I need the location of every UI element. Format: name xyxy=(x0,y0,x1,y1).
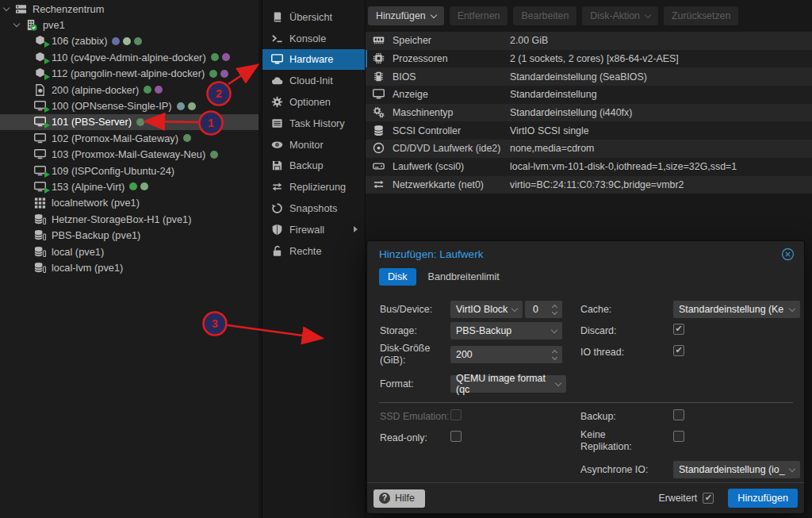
menu-item-snapshots[interactable]: Snapshots xyxy=(262,198,365,219)
table-row-scsi-controller[interactable]: SCSI Controller VirtIO SCSI single xyxy=(366,121,812,140)
storage-icon xyxy=(33,246,47,258)
tree-item-node-pve1[interactable]: pve1 xyxy=(0,17,259,33)
menu-item-replizierung[interactable]: Replizierung xyxy=(262,176,365,198)
table-row-machine-type[interactable]: Maschinentyp Standardeinstellung (i440fx… xyxy=(366,104,812,122)
tree-item-vm-100[interactable]: 100 (OPNsense-Single-IP) xyxy=(0,98,259,113)
disk-action-button[interactable]: Disk-Aktion xyxy=(582,6,658,25)
menu-item-rechte[interactable]: Rechte xyxy=(262,240,365,262)
storage-label: Storage: xyxy=(380,325,417,337)
ssd-emulation-label: SSD Emulation: xyxy=(380,411,449,423)
remove-button[interactable]: Entfernen xyxy=(450,6,508,25)
tree-item-vm-102[interactable]: 102 (Promox-Mail-Gateway) xyxy=(0,130,259,146)
play-badge-icon xyxy=(44,122,50,129)
menu-item-label: Übersicht xyxy=(289,11,332,23)
tag-dot xyxy=(123,37,131,45)
tree-item-vm-106[interactable]: 106 (zabbix) xyxy=(0,33,259,49)
disk-size-stepper[interactable]: 200 xyxy=(450,346,562,363)
dialog-header[interactable]: Hinzufügen: Laufwerk xyxy=(367,241,804,267)
chevron-down-icon xyxy=(789,305,795,311)
disk-size-value: 200 xyxy=(456,349,473,360)
tree-item-label: 109 (ISPConfig-Ubuntu-24) xyxy=(52,165,174,177)
io-thread-checkbox[interactable] xyxy=(673,345,684,356)
ssd-emulation-checkbox[interactable] xyxy=(450,409,462,420)
tree-item-storage-local-lvm[interactable]: local-lvm (pve1) xyxy=(0,259,259,275)
cloud-icon xyxy=(270,75,283,87)
tab-bandwidth[interactable]: Bandbreitenlimit xyxy=(428,271,500,282)
tree-item-label: 110 (cv4pve-Admin-alpine-docker) xyxy=(52,52,206,63)
cache-select[interactable]: Standardeinstellung (Ke xyxy=(673,301,800,318)
table-row-network[interactable]: Netzwerkkarte (net0) virtio=BC:24:11:C0:… xyxy=(366,176,812,194)
table-row-processors[interactable]: Prozessoren 2 (1 sockets, 2 cores) [x86-… xyxy=(366,50,812,68)
row-label: Prozessoren xyxy=(393,53,510,64)
tag-dot xyxy=(210,151,218,159)
row-label: Maschinentyp xyxy=(393,107,510,118)
tree-item-vm-153[interactable]: 153 (Alpine-Virt) xyxy=(0,178,259,194)
tag-dot xyxy=(220,70,228,78)
tree-item-vm-101-selected[interactable]: 101 (PBS-Server) xyxy=(0,114,259,130)
table-row-memory[interactable]: Speicher 2.00 GiB xyxy=(366,32,812,50)
display-icon xyxy=(270,53,283,66)
bus-type-select[interactable]: VirtIO Block xyxy=(450,301,523,318)
storage-select[interactable]: PBS-Backup xyxy=(450,322,562,340)
spinner-arrows-icon[interactable] xyxy=(553,305,557,314)
disk-action-button-label: Disk-Aktion xyxy=(590,10,640,21)
edit-button-label: Bearbeiten xyxy=(521,10,569,21)
async-io-select[interactable]: Standardeinstellung (io_ xyxy=(673,461,800,478)
no-replication-checkbox[interactable] xyxy=(673,431,684,442)
tag-dot xyxy=(177,102,185,110)
tree-item-vm-110[interactable]: 110 (cv4pve-Admin-alpine-docker) xyxy=(0,49,259,65)
chevron-down-icon xyxy=(511,305,518,311)
vm-running-icon xyxy=(33,181,47,193)
tree-item-storage-pbs-backup[interactable]: PBS-Backup (pve1) xyxy=(0,227,259,243)
vm-stopped-icon xyxy=(33,148,47,160)
menu-item-monitor[interactable]: Monitor xyxy=(262,134,365,155)
menu-item-konsole[interactable]: Konsole xyxy=(262,28,365,49)
table-row-bios[interactable]: BIOS Standardeinstellung (SeaBIOS) xyxy=(366,67,812,86)
table-row-disk[interactable]: Laufwerk (scsi0) local-lvm:vm-101-disk-0… xyxy=(366,158,812,176)
menu-item-task-history[interactable]: Task History xyxy=(262,113,365,134)
menu-item-label: Replizierung xyxy=(289,181,346,193)
edit-button[interactable]: Bearbeiten xyxy=(513,6,576,25)
table-row-cdrom[interactable]: CD/DVD Laufwerk (ide2) none,media=cdrom xyxy=(366,140,812,158)
tree-item-datacenter[interactable]: Rechenzentrum xyxy=(0,1,259,17)
database-icon xyxy=(373,125,385,137)
help-button[interactable]: ? Hilfe xyxy=(373,489,425,508)
revert-button-label: Zurücksetzen xyxy=(672,10,730,21)
bus-device-label: Bus/Device: xyxy=(380,304,432,316)
backup-checkbox[interactable] xyxy=(673,409,684,420)
tree-item-storage-hetzner[interactable]: Hetzner-StorageBox-H1 (pve1) xyxy=(0,211,259,227)
menu-item-firewall[interactable]: Firewall xyxy=(262,219,365,240)
format-select[interactable]: QEMU image format (qc xyxy=(450,375,566,393)
play-badge-icon xyxy=(44,58,50,64)
menu-item-backup[interactable]: Backup xyxy=(262,155,365,177)
expand-caret-icon[interactable] xyxy=(3,4,10,10)
menu-item-cloud-init[interactable]: Cloud-Init xyxy=(262,70,365,91)
submit-add-button[interactable]: Hinzufügen xyxy=(728,489,798,508)
table-row-display[interactable]: Anzeige Standardeinstellung xyxy=(366,86,812,104)
bus-number-stepper[interactable]: 0 xyxy=(525,301,562,318)
read-only-checkbox[interactable] xyxy=(450,431,462,442)
row-value: Standardeinstellung (SeaBIOS) xyxy=(510,71,647,82)
tree-item-vm-109[interactable]: 109 (ISPConfig-Ubuntu-24) xyxy=(0,163,259,178)
tree-item-vm-200[interactable]: 200 (alpine-docker) xyxy=(0,82,259,98)
spinner-arrows-icon[interactable] xyxy=(553,351,557,359)
tab-disk[interactable]: Disk xyxy=(379,268,416,286)
tree-item-label: 103 (Proxmox-Mail-Gateway-Neu) xyxy=(52,148,205,160)
tree-item-vm-112[interactable]: 112 (pangolin-newt-alpine-docker) xyxy=(0,66,259,82)
add-button[interactable]: Hinzufügen xyxy=(368,6,444,25)
expand-caret-icon[interactable] xyxy=(13,21,20,27)
close-icon[interactable] xyxy=(781,247,795,261)
advanced-label: Erweitert xyxy=(658,493,697,504)
menu-item-hardware-active[interactable]: Hardware xyxy=(262,49,365,71)
tree-item-vm-103[interactable]: 103 (Proxmox-Mail-Gateway-Neu) xyxy=(0,147,259,163)
menu-item-uebersicht[interactable]: Übersicht xyxy=(262,6,365,28)
advanced-checkbox[interactable] xyxy=(703,493,714,504)
revert-button[interactable]: Zurücksetzen xyxy=(664,6,738,25)
discard-checkbox[interactable] xyxy=(673,324,684,335)
menu-item-label: Backup xyxy=(289,159,324,171)
tree-item-storage-local[interactable]: local (pve1) xyxy=(0,244,259,259)
menu-item-label: Optionen xyxy=(289,96,331,108)
tree-item-localnetwork[interactable]: localnetwork (pve1) xyxy=(0,195,259,211)
row-value: virtio=BC:24:11:C0:73:9C,bridge=vmbr2 xyxy=(510,179,684,190)
menu-item-optionen[interactable]: Optionen xyxy=(262,91,365,113)
